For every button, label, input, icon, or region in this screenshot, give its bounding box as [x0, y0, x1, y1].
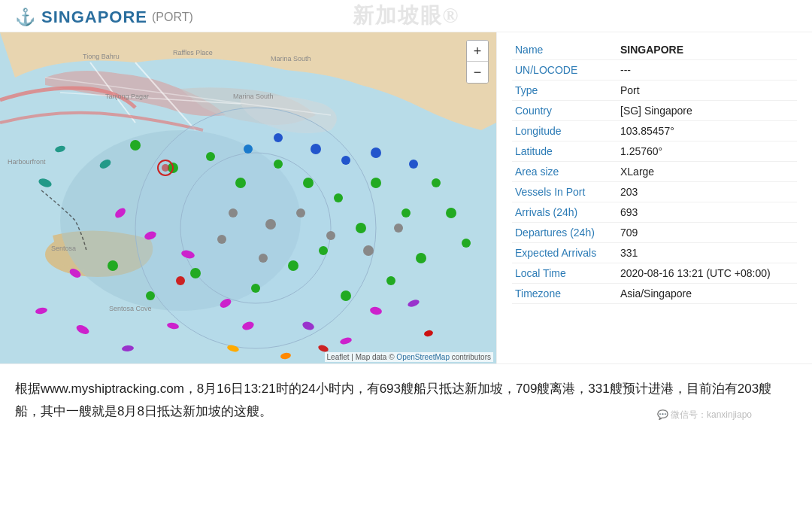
info-label: Departures (24h)	[512, 223, 617, 243]
zoom-in-button[interactable]: +	[467, 41, 488, 62]
osm-link[interactable]: OpenStreetMap	[396, 353, 450, 361]
wechat-icon: 💬	[657, 409, 668, 420]
svg-point-21	[274, 160, 283, 169]
info-row: Longitude103.85457°	[512, 121, 797, 141]
info-value: [SG] Singapore	[617, 101, 797, 121]
info-label: Timezone	[512, 284, 617, 304]
info-row: Country[SG] Singapore	[512, 101, 797, 121]
svg-point-28	[288, 260, 298, 271]
svg-point-38	[341, 290, 351, 301]
info-label: Expected Arrivals	[512, 243, 617, 263]
info-table: NameSINGAPOREUN/LOCODE---TypePortCountry…	[512, 40, 797, 304]
svg-point-35	[462, 239, 471, 248]
svg-text:Marina South: Marina South	[271, 55, 311, 62]
info-value: ---	[617, 60, 797, 81]
info-label: UN/LOCODE	[512, 60, 617, 81]
wechat-id: 微信号：kanxinjiapo	[671, 409, 752, 420]
svg-point-16	[180, 153, 331, 303]
svg-point-20	[235, 178, 246, 188]
info-panel: NameSINGAPOREUN/LOCODE---TypePortCountry…	[496, 32, 812, 363]
info-value: Port	[617, 81, 797, 101]
info-row: UN/LOCODE---	[512, 60, 797, 81]
svg-point-46	[394, 224, 403, 233]
svg-point-76	[162, 164, 169, 172]
svg-point-47	[311, 144, 321, 154]
port-type: (PORT)	[152, 11, 193, 24]
info-row: TimezoneAsia/Singapore	[512, 284, 797, 304]
svg-point-27	[319, 246, 328, 255]
info-label: Name	[512, 40, 617, 60]
info-label: Latitude	[512, 141, 617, 162]
svg-point-37	[386, 276, 395, 285]
attribution-suffix: contributors	[452, 353, 491, 361]
main-content: Tiong Bahru Raffles Place Marina South T…	[0, 32, 812, 363]
svg-point-31	[146, 291, 155, 300]
info-row: Departures (24h)709	[512, 223, 797, 243]
info-value: SINGAPORE	[617, 40, 797, 60]
svg-text:Tanjong Pagar: Tanjong Pagar	[105, 93, 149, 100]
svg-point-36	[416, 253, 426, 263]
page-header: ⚓ SINGAPORE (PORT) 新加坡眼®	[0, 0, 812, 32]
svg-point-45	[217, 235, 226, 244]
info-value: 331	[617, 243, 797, 263]
svg-text:Sentosa Cove: Sentosa Cove	[109, 305, 152, 312]
info-row: Vessels In Port203	[512, 182, 797, 202]
leaflet-label: Leaflet	[327, 353, 350, 361]
info-label: Local Time	[512, 263, 617, 284]
svg-point-42	[326, 231, 335, 240]
svg-point-24	[371, 178, 381, 188]
svg-point-19	[206, 152, 215, 161]
anchor-icon: ⚓	[15, 8, 35, 27]
svg-point-17	[130, 140, 141, 151]
zoom-out-button[interactable]: −	[467, 62, 488, 83]
svg-point-48	[341, 156, 350, 165]
svg-text:Marina South: Marina South	[233, 93, 274, 100]
port-name: SINGAPORE	[41, 8, 147, 27]
svg-point-52	[244, 144, 253, 154]
info-label: Type	[512, 81, 617, 101]
description-section: 根据www.myshiptracking.com，8月16日13:21时的24小…	[0, 363, 812, 432]
svg-point-43	[363, 245, 374, 256]
svg-point-69	[176, 276, 185, 285]
svg-point-39	[229, 208, 238, 217]
svg-point-51	[409, 160, 418, 169]
svg-text:Harbourfront: Harbourfront	[8, 158, 46, 166]
info-value: 2020-08-16 13:21 (UTC +08:00)	[617, 263, 797, 284]
svg-point-26	[356, 223, 366, 233]
svg-point-44	[259, 254, 268, 263]
info-label: Arrivals (24h)	[512, 202, 617, 223]
svg-point-29	[251, 284, 260, 293]
svg-point-25	[401, 208, 411, 217]
info-label: Country	[512, 101, 617, 121]
map-attribution: Leaflet | Map data © OpenStreetMap contr…	[325, 352, 493, 362]
zoom-controls[interactable]: + −	[466, 40, 489, 84]
svg-point-50	[371, 148, 381, 158]
info-row: Expected Arrivals331	[512, 243, 797, 263]
info-value: 709	[617, 223, 797, 243]
info-row: Latitude1.25760°	[512, 141, 797, 162]
info-value: 203	[617, 182, 797, 202]
svg-text:Sentosa: Sentosa	[51, 245, 76, 252]
attribution-separator: | Map data ©	[351, 353, 396, 361]
info-value: 693	[617, 202, 797, 223]
svg-text:Tiong Bahru: Tiong Bahru	[83, 53, 120, 60]
info-value: XLarge	[617, 162, 797, 182]
info-value: 103.85457°	[617, 121, 797, 141]
svg-point-33	[432, 178, 441, 187]
info-label: Longitude	[512, 121, 617, 141]
svg-point-32	[108, 260, 118, 271]
info-label: Vessels In Port	[512, 182, 617, 202]
info-value: 1.25760°	[617, 141, 797, 162]
info-row: Local Time2020-08-16 13:21 (UTC +08:00)	[512, 263, 797, 284]
watermark: 新加坡眼®	[353, 2, 460, 30]
svg-point-49	[274, 133, 283, 142]
svg-point-41	[296, 208, 305, 217]
wechat-badge: 💬 微信号：kanxinjiapo	[657, 407, 752, 423]
info-row: TypePort	[512, 81, 797, 101]
svg-point-23	[334, 193, 343, 202]
info-label: Area size	[512, 162, 617, 182]
svg-point-34	[446, 208, 456, 218]
svg-text:Raffles Place: Raffles Place	[173, 49, 213, 56]
info-row: NameSINGAPORE	[512, 40, 797, 60]
info-value: Asia/Singapore	[617, 284, 797, 304]
